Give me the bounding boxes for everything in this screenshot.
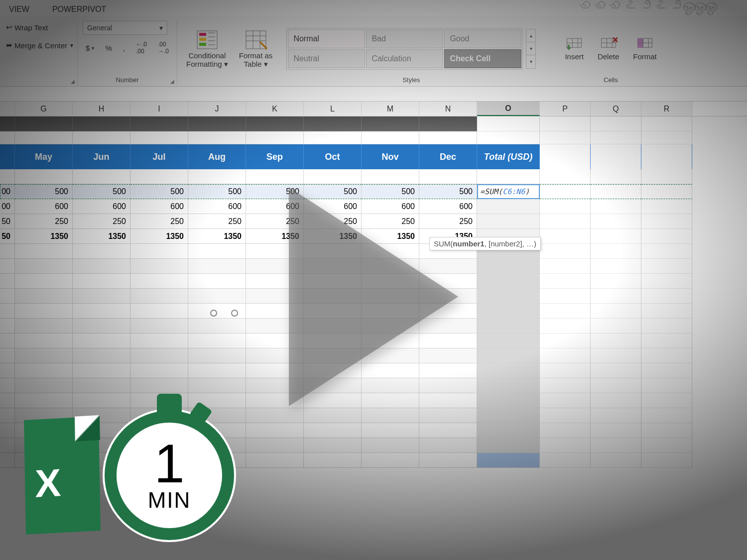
style-bad[interactable]: Bad xyxy=(366,29,443,48)
cell[interactable] xyxy=(246,423,304,438)
cell[interactable] xyxy=(188,259,246,274)
cell[interactable] xyxy=(0,423,15,438)
cell[interactable] xyxy=(130,423,188,438)
cell[interactable] xyxy=(419,438,477,453)
cell[interactable] xyxy=(15,348,73,363)
cell[interactable] xyxy=(540,199,591,214)
cell[interactable] xyxy=(477,408,540,423)
cell[interactable] xyxy=(641,348,692,363)
cell[interactable] xyxy=(477,116,540,131)
cell[interactable] xyxy=(246,438,304,453)
cell[interactable] xyxy=(73,453,130,468)
cell[interactable] xyxy=(591,259,641,274)
cell[interactable] xyxy=(130,289,188,304)
cell[interactable]: Sep xyxy=(246,144,304,169)
cell[interactable]: May xyxy=(15,144,73,169)
cell[interactable] xyxy=(73,378,130,393)
column-header-M[interactable]: M xyxy=(362,102,419,116)
cell[interactable] xyxy=(477,214,540,229)
merge-center-button[interactable]: ⬌ Merge & Center ▼ xyxy=(3,39,77,52)
cell[interactable] xyxy=(304,244,362,259)
cell[interactable] xyxy=(304,131,362,144)
cell[interactable] xyxy=(304,274,362,289)
cell[interactable] xyxy=(15,259,73,274)
cell[interactable] xyxy=(0,408,15,423)
cell[interactable] xyxy=(641,378,692,393)
cell[interactable] xyxy=(540,393,591,408)
column-header-K[interactable]: K xyxy=(246,102,304,116)
cell[interactable] xyxy=(246,393,304,408)
cell[interactable]: 250 xyxy=(188,214,246,229)
cell[interactable] xyxy=(591,348,641,363)
cell[interactable] xyxy=(130,363,188,378)
cell[interactable] xyxy=(591,199,641,214)
cell[interactable]: 500 xyxy=(246,184,304,199)
cell[interactable] xyxy=(641,229,692,244)
cell[interactable] xyxy=(188,438,246,453)
alignment-dialog-launcher[interactable]: ◢ xyxy=(69,78,76,85)
cell[interactable] xyxy=(130,378,188,393)
cell[interactable]: 600 xyxy=(73,199,130,214)
wrap-text-button[interactable]: ↩ Wrap Text xyxy=(3,21,51,34)
cell[interactable] xyxy=(73,259,130,274)
cell[interactable] xyxy=(0,144,15,169)
cell[interactable] xyxy=(15,378,73,393)
cell[interactable] xyxy=(591,393,641,408)
cell[interactable] xyxy=(246,453,304,468)
cell[interactable] xyxy=(15,453,73,468)
insert-cells-button[interactable]: Insert xyxy=(561,34,588,63)
cell[interactable] xyxy=(591,334,641,348)
comma-button[interactable]: , xyxy=(120,42,128,54)
formula-bar[interactable] xyxy=(0,87,747,102)
cell[interactable] xyxy=(477,334,540,348)
cell[interactable] xyxy=(73,244,130,259)
cell[interactable] xyxy=(591,423,641,438)
cell[interactable] xyxy=(591,453,641,468)
cell[interactable] xyxy=(15,116,73,131)
increase-decimal-button[interactable]: ←.0.00 xyxy=(133,39,150,57)
cell[interactable] xyxy=(15,289,73,304)
cell[interactable] xyxy=(591,304,641,319)
cell[interactable] xyxy=(188,393,246,408)
column-header-L[interactable]: L xyxy=(304,102,362,116)
cell[interactable] xyxy=(419,334,477,348)
cell[interactable] xyxy=(477,363,540,378)
cell[interactable] xyxy=(591,214,641,229)
cell[interactable] xyxy=(362,169,419,184)
decrease-decimal-button[interactable]: .00→.0 xyxy=(155,39,172,57)
cell[interactable]: 1350 xyxy=(130,229,188,244)
cell[interactable] xyxy=(130,131,188,144)
cell[interactable] xyxy=(641,131,692,144)
cell[interactable] xyxy=(641,214,692,229)
cell[interactable] xyxy=(477,438,540,453)
cell[interactable] xyxy=(419,274,477,289)
cell[interactable] xyxy=(591,319,641,334)
cell[interactable] xyxy=(0,393,15,408)
cell[interactable] xyxy=(188,244,246,259)
cell[interactable] xyxy=(73,116,130,131)
cell[interactable] xyxy=(246,304,304,319)
cell[interactable] xyxy=(540,131,591,144)
cell[interactable] xyxy=(477,169,540,184)
cell[interactable] xyxy=(130,116,188,131)
cell[interactable] xyxy=(362,259,419,274)
cell[interactable] xyxy=(362,393,419,408)
cell[interactable] xyxy=(641,259,692,274)
cell[interactable] xyxy=(73,363,130,378)
cell[interactable]: Jul xyxy=(130,144,188,169)
cell[interactable] xyxy=(0,453,15,468)
cell[interactable] xyxy=(540,348,591,363)
styles-gallery-scroll[interactable]: ▴ ▾ ▾ xyxy=(526,29,536,69)
cell[interactable] xyxy=(641,393,692,408)
cell[interactable] xyxy=(188,378,246,393)
cell[interactable] xyxy=(591,116,641,131)
cell[interactable] xyxy=(188,274,246,289)
cell[interactable] xyxy=(188,169,246,184)
cell[interactable] xyxy=(73,274,130,289)
cell[interactable] xyxy=(246,408,304,423)
cell[interactable] xyxy=(130,334,188,348)
cell[interactable] xyxy=(130,244,188,259)
cell[interactable] xyxy=(419,169,477,184)
cell[interactable] xyxy=(304,438,362,453)
column-header-N[interactable]: N xyxy=(419,102,477,116)
